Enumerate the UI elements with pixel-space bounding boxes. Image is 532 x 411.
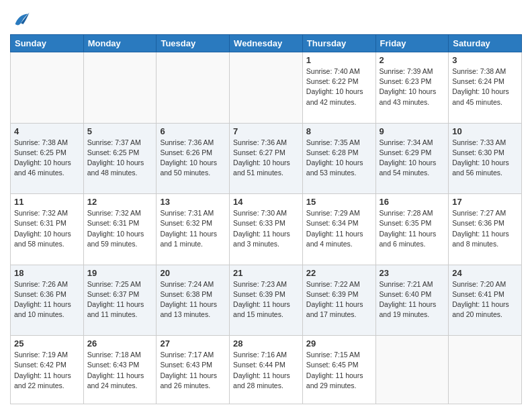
sun-info: Sunrise: 7:23 AM Sunset: 6:39 PM Dayligh…	[233, 279, 299, 320]
day-number: 4	[14, 126, 80, 136]
calendar-cell: 8Sunrise: 7:35 AM Sunset: 6:28 PM Daylig…	[302, 123, 375, 194]
sun-info: Sunrise: 7:39 AM Sunset: 6:23 PM Dayligh…	[380, 66, 445, 107]
calendar-cell: 24Sunrise: 7:20 AM Sunset: 6:41 PM Dayli…	[449, 265, 522, 336]
calendar-body: 1Sunrise: 7:40 AM Sunset: 6:22 PM Daylig…	[11, 52, 522, 404]
sun-info: Sunrise: 7:21 AM Sunset: 6:40 PM Dayligh…	[380, 279, 445, 320]
day-number: 23	[380, 268, 445, 278]
calendar-cell: 9Sunrise: 7:34 AM Sunset: 6:29 PM Daylig…	[375, 123, 449, 194]
calendar-cell: 18Sunrise: 7:26 AM Sunset: 6:36 PM Dayli…	[11, 265, 84, 336]
day-number: 19	[87, 268, 153, 278]
col-saturday: Saturday	[449, 35, 522, 52]
day-number: 24	[452, 268, 518, 278]
day-number: 3	[452, 55, 518, 65]
week-row: 1Sunrise: 7:40 AM Sunset: 6:22 PM Daylig…	[11, 52, 522, 124]
sun-info: Sunrise: 7:36 AM Sunset: 6:26 PM Dayligh…	[160, 138, 226, 179]
logo-bird-icon	[11, 10, 30, 29]
day-number: 5	[87, 126, 153, 136]
sun-info: Sunrise: 7:30 AM Sunset: 6:33 PM Dayligh…	[233, 208, 299, 249]
sun-info: Sunrise: 7:17 AM Sunset: 6:43 PM Dayligh…	[160, 350, 226, 391]
day-number: 6	[160, 126, 226, 136]
calendar-cell: 19Sunrise: 7:25 AM Sunset: 6:37 PM Dayli…	[83, 265, 157, 336]
sun-info: Sunrise: 7:40 AM Sunset: 6:22 PM Dayligh…	[306, 66, 372, 107]
day-number: 20	[160, 268, 226, 278]
calendar-header: Sunday Monday Tuesday Wednesday Thursday…	[11, 35, 522, 52]
sun-info: Sunrise: 7:38 AM Sunset: 6:25 PM Dayligh…	[14, 138, 80, 179]
sun-info: Sunrise: 7:15 AM Sunset: 6:45 PM Dayligh…	[306, 350, 372, 391]
day-number: 25	[14, 338, 80, 349]
sun-info: Sunrise: 7:18 AM Sunset: 6:43 PM Dayligh…	[87, 350, 153, 391]
day-number: 10	[452, 126, 518, 136]
calendar-cell	[449, 336, 522, 404]
sun-info: Sunrise: 7:32 AM Sunset: 6:31 PM Dayligh…	[87, 208, 153, 249]
calendar-cell: 11Sunrise: 7:32 AM Sunset: 6:31 PM Dayli…	[11, 194, 84, 265]
sun-info: Sunrise: 7:33 AM Sunset: 6:30 PM Dayligh…	[452, 138, 518, 179]
calendar-cell: 17Sunrise: 7:27 AM Sunset: 6:36 PM Dayli…	[449, 194, 522, 265]
sun-info: Sunrise: 7:37 AM Sunset: 6:25 PM Dayligh…	[87, 138, 153, 179]
sun-info: Sunrise: 7:32 AM Sunset: 6:31 PM Dayligh…	[14, 208, 80, 249]
day-number: 28	[233, 338, 299, 349]
sun-info: Sunrise: 7:31 AM Sunset: 6:32 PM Dayligh…	[160, 208, 226, 249]
calendar-cell: 5Sunrise: 7:37 AM Sunset: 6:25 PM Daylig…	[83, 123, 157, 194]
col-friday: Friday	[375, 35, 449, 52]
calendar-cell: 10Sunrise: 7:33 AM Sunset: 6:30 PM Dayli…	[449, 123, 522, 194]
sun-info: Sunrise: 7:20 AM Sunset: 6:41 PM Dayligh…	[452, 279, 518, 320]
calendar-cell: 7Sunrise: 7:36 AM Sunset: 6:27 PM Daylig…	[230, 123, 303, 194]
calendar-cell: 29Sunrise: 7:15 AM Sunset: 6:45 PM Dayli…	[302, 336, 375, 404]
day-number: 27	[160, 338, 226, 349]
sun-info: Sunrise: 7:34 AM Sunset: 6:29 PM Dayligh…	[380, 138, 445, 179]
calendar-cell: 6Sunrise: 7:36 AM Sunset: 6:26 PM Daylig…	[157, 123, 230, 194]
page: Sunday Monday Tuesday Wednesday Thursday…	[0, 0, 532, 411]
col-sunday: Sunday	[11, 35, 84, 52]
col-tuesday: Tuesday	[157, 35, 230, 52]
sun-info: Sunrise: 7:27 AM Sunset: 6:36 PM Dayligh…	[452, 208, 518, 249]
day-number: 2	[380, 55, 445, 65]
day-number: 26	[87, 338, 153, 349]
calendar-cell: 21Sunrise: 7:23 AM Sunset: 6:39 PM Dayli…	[230, 265, 303, 336]
day-number: 17	[452, 197, 518, 207]
sun-info: Sunrise: 7:24 AM Sunset: 6:38 PM Dayligh…	[160, 279, 226, 320]
calendar-cell: 22Sunrise: 7:22 AM Sunset: 6:39 PM Dayli…	[302, 265, 375, 336]
calendar-cell: 20Sunrise: 7:24 AM Sunset: 6:38 PM Dayli…	[157, 265, 230, 336]
day-number: 22	[306, 268, 372, 278]
week-row: 11Sunrise: 7:32 AM Sunset: 6:31 PM Dayli…	[11, 194, 522, 265]
calendar-cell: 25Sunrise: 7:19 AM Sunset: 6:42 PM Dayli…	[11, 336, 84, 404]
calendar-cell	[83, 52, 157, 124]
day-number: 16	[380, 197, 445, 207]
calendar-cell: 27Sunrise: 7:17 AM Sunset: 6:43 PM Dayli…	[157, 336, 230, 404]
day-number: 1	[306, 55, 372, 65]
calendar-cell	[375, 336, 449, 404]
calendar-cell: 2Sunrise: 7:39 AM Sunset: 6:23 PM Daylig…	[375, 52, 449, 124]
calendar-cell: 3Sunrise: 7:38 AM Sunset: 6:24 PM Daylig…	[449, 52, 522, 124]
week-row: 4Sunrise: 7:38 AM Sunset: 6:25 PM Daylig…	[11, 123, 522, 194]
day-number: 7	[233, 126, 299, 136]
header	[10, 7, 522, 29]
calendar-cell: 4Sunrise: 7:38 AM Sunset: 6:25 PM Daylig…	[11, 123, 84, 194]
sun-info: Sunrise: 7:19 AM Sunset: 6:42 PM Dayligh…	[14, 350, 80, 391]
day-number: 9	[380, 126, 445, 136]
sun-info: Sunrise: 7:16 AM Sunset: 6:44 PM Dayligh…	[233, 350, 299, 391]
sun-info: Sunrise: 7:28 AM Sunset: 6:35 PM Dayligh…	[380, 208, 445, 249]
day-number: 13	[160, 197, 226, 207]
calendar-cell: 14Sunrise: 7:30 AM Sunset: 6:33 PM Dayli…	[230, 194, 303, 265]
week-row: 25Sunrise: 7:19 AM Sunset: 6:42 PM Dayli…	[11, 336, 522, 404]
sun-info: Sunrise: 7:35 AM Sunset: 6:28 PM Dayligh…	[306, 138, 372, 179]
day-number: 8	[306, 126, 372, 136]
col-wednesday: Wednesday	[230, 35, 303, 52]
calendar-cell: 1Sunrise: 7:40 AM Sunset: 6:22 PM Daylig…	[302, 52, 375, 124]
day-number: 18	[14, 268, 80, 278]
calendar-cell: 23Sunrise: 7:21 AM Sunset: 6:40 PM Dayli…	[375, 265, 449, 336]
calendar-cell: 16Sunrise: 7:28 AM Sunset: 6:35 PM Dayli…	[375, 194, 449, 265]
sun-info: Sunrise: 7:22 AM Sunset: 6:39 PM Dayligh…	[306, 279, 372, 320]
calendar-cell	[11, 52, 84, 124]
calendar-cell: 15Sunrise: 7:29 AM Sunset: 6:34 PM Dayli…	[302, 194, 375, 265]
day-number: 15	[306, 197, 372, 207]
sun-info: Sunrise: 7:36 AM Sunset: 6:27 PM Dayligh…	[233, 138, 299, 179]
col-thursday: Thursday	[302, 35, 375, 52]
calendar-cell	[230, 52, 303, 124]
header-row: Sunday Monday Tuesday Wednesday Thursday…	[11, 35, 522, 52]
calendar-table: Sunday Monday Tuesday Wednesday Thursday…	[10, 34, 522, 404]
day-number: 12	[87, 197, 153, 207]
day-number: 11	[14, 197, 80, 207]
sun-info: Sunrise: 7:38 AM Sunset: 6:24 PM Dayligh…	[452, 66, 518, 107]
logo	[10, 10, 30, 29]
